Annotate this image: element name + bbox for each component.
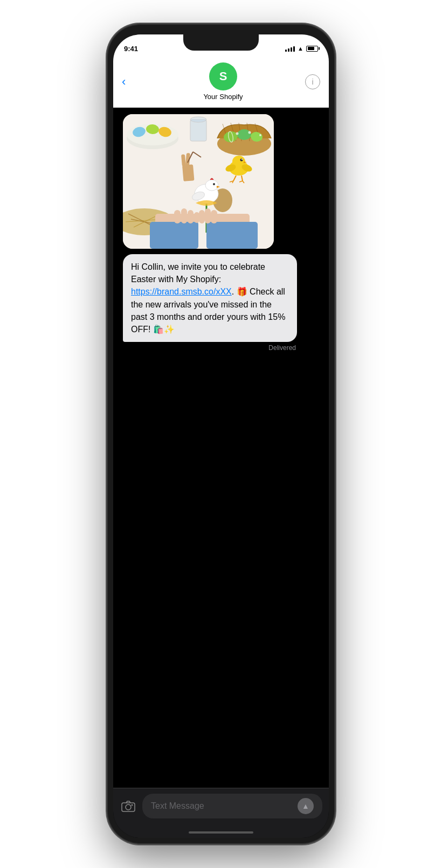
header-center: S Your Shopify (203, 62, 243, 101)
svg-rect-58 (205, 208, 211, 223)
svg-point-62 (132, 804, 133, 806)
contact-name: Your Shopify (203, 93, 243, 101)
send-button[interactable]: ▲ (298, 798, 314, 814)
svg-point-12 (190, 117, 206, 122)
phone-frame: 9:41 ▲ ‹ (108, 25, 334, 843)
svg-rect-53 (188, 210, 194, 223)
svg-rect-56 (206, 222, 258, 249)
wifi-icon: ▲ (298, 45, 303, 52)
status-icons: ▲ (285, 45, 318, 52)
svg-point-23 (236, 132, 239, 135)
phone-screen: 9:41 ▲ ‹ (113, 34, 329, 838)
page-wrapper: 9:41 ▲ ‹ (0, 0, 442, 868)
svg-rect-57 (211, 210, 217, 223)
info-icon: i (312, 78, 313, 86)
home-bar (189, 831, 253, 834)
svg-point-21 (237, 129, 251, 140)
back-button[interactable]: ‹ (122, 75, 141, 89)
svg-point-24 (248, 131, 251, 134)
contact-avatar: S (209, 62, 237, 90)
message-header: ‹ S Your Shopify i (113, 58, 329, 108)
info-button[interactable]: i (305, 74, 320, 89)
easter-image-svg (123, 114, 274, 249)
delivered-status: Delivered (268, 344, 296, 352)
svg-rect-52 (181, 208, 187, 223)
message-text-part1: Hi Collin, we invite you to celebrate Ea… (131, 262, 265, 284)
status-time: 9:41 (124, 45, 138, 53)
svg-point-47 (213, 183, 215, 185)
camera-icon (121, 800, 135, 812)
send-arrow-icon: ▲ (302, 802, 309, 810)
svg-point-25 (259, 134, 261, 136)
svg-rect-59 (199, 210, 205, 223)
home-indicator (113, 827, 329, 838)
svg-rect-51 (174, 210, 181, 223)
svg-rect-50 (150, 222, 198, 249)
svg-rect-54 (194, 212, 199, 223)
svg-point-61 (126, 804, 131, 810)
battery-icon (306, 46, 318, 52)
message-link[interactable]: https://brand.smsb.co/xXX (131, 287, 232, 296)
svg-rect-11 (190, 120, 206, 141)
svg-rect-38 (182, 164, 195, 181)
mms-image (123, 114, 274, 249)
svg-point-28 (240, 159, 243, 162)
svg-point-46 (205, 180, 218, 191)
message-bubble: Hi Collin, we invite you to celebrate Ea… (123, 254, 297, 342)
svg-point-29 (241, 159, 243, 160)
signal-icon (285, 45, 295, 52)
camera-button[interactable] (120, 797, 137, 815)
input-area: Text Message ▲ (113, 788, 329, 827)
chat-area: Hi Collin, we invite you to celebrate Ea… (113, 108, 329, 788)
input-placeholder: Text Message (151, 801, 204, 811)
phone-notch (183, 34, 259, 51)
message-bubble-container: Hi Collin, we invite you to celebrate Ea… (123, 254, 297, 352)
text-message-input[interactable]: Text Message ▲ (142, 794, 322, 818)
